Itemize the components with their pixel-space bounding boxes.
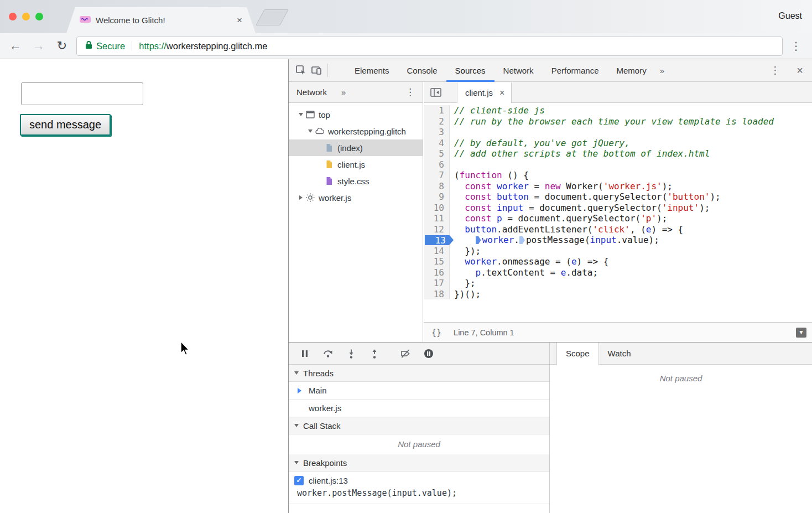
tab-elements[interactable]: Elements [346, 59, 398, 82]
code-line-7[interactable]: 7(function () { [424, 170, 812, 181]
line-number[interactable]: 2 [424, 116, 450, 127]
breakpoint-entry[interactable]: ✓client.js:13worker.postMessage(input.va… [289, 471, 549, 504]
editor-status-bar: {} Line 7, Column 1 ▼ [424, 322, 812, 342]
tab-scope[interactable]: Scope [556, 343, 599, 365]
line-number[interactable]: 7 [424, 170, 450, 181]
line-number[interactable]: 9 [424, 191, 450, 203]
back-icon[interactable]: ← [8, 39, 23, 53]
line-number[interactable]: 18 [424, 289, 450, 300]
inline-breakpoint-marker-icon[interactable] [519, 236, 525, 244]
device-toolbar-icon[interactable] [309, 63, 324, 78]
code-line-5[interactable]: 5// add other scripts at the bottom of i… [424, 148, 812, 159]
code-line-3[interactable]: 3 [424, 127, 812, 138]
breakpoint-checkbox[interactable]: ✓ [294, 476, 304, 485]
browser-menu-icon[interactable]: ⋮ [790, 39, 802, 53]
step-over-icon[interactable] [320, 346, 336, 361]
url-text[interactable]: https://workerstepping.glitch.me [139, 41, 267, 51]
threads-section-header[interactable]: Threads [289, 365, 549, 382]
sidebar-menu-icon[interactable]: ⋮ [405, 86, 415, 98]
code-line-11[interactable]: 11 const p = document.querySelector('p')… [424, 213, 812, 224]
step-out-icon[interactable] [366, 346, 383, 361]
code-line-13[interactable]: 13 worker.postMessage(input.value); [424, 235, 812, 246]
tab-sources[interactable]: Sources [446, 59, 495, 82]
toggle-navigator-icon[interactable] [428, 85, 444, 100]
file-tab-close-icon[interactable]: × [499, 88, 504, 98]
new-tab-button[interactable] [256, 9, 288, 25]
tree-item-style-css[interactable]: style.css [289, 173, 423, 189]
code-line-17[interactable]: 17 }; [424, 278, 812, 289]
line-number[interactable]: 11 [424, 213, 450, 224]
browser-tab[interactable]: Welcome to Glitch! × [66, 7, 256, 33]
step-into-icon[interactable] [343, 346, 360, 361]
line-number[interactable]: 3 [424, 127, 450, 138]
devtools-menu-icon[interactable]: ⋮ [770, 64, 780, 76]
code-line-10[interactable]: 10 const input = document.querySelector(… [424, 203, 812, 214]
disclosure-triangle-icon[interactable] [306, 129, 315, 133]
tab-network[interactable]: Network [495, 59, 543, 82]
code-line-14[interactable]: 14 }); [424, 246, 812, 257]
security-chip[interactable]: Secure [85, 40, 125, 51]
tab-close-icon[interactable]: × [237, 15, 242, 26]
inline-breakpoint-marker-icon[interactable] [476, 236, 481, 244]
tree-item-workerstepping-glitch[interactable]: workerstepping.glitch [289, 123, 423, 139]
line-number[interactable]: 16 [424, 267, 450, 278]
code-line-9[interactable]: 9 const button = document.querySelector(… [424, 191, 812, 203]
line-number[interactable]: 17 [424, 278, 450, 289]
minimize-window-button[interactable] [22, 13, 30, 20]
code-line-15[interactable]: 15 worker.onmessage = (e) => { [424, 256, 812, 267]
breakpoint-badge[interactable]: 13 [425, 235, 454, 246]
code-line-6[interactable]: 6 [424, 159, 812, 170]
breakpoints-section-header[interactable]: Breakpoints [289, 454, 549, 471]
tree-item-client-js[interactable]: client.js [289, 156, 423, 173]
code-line-1[interactable]: 1// client-side js [424, 105, 812, 116]
devtools-close-icon[interactable]: × [797, 64, 803, 77]
line-number[interactable]: 12 [424, 224, 450, 235]
code-line-12[interactable]: 12 button.addEventListener('click', (e) … [424, 224, 812, 235]
disclosure-triangle-icon[interactable] [296, 113, 305, 116]
tab-console[interactable]: Console [398, 59, 446, 82]
breakpoint-line-number[interactable]: 13 [424, 235, 450, 246]
line-number[interactable]: 4 [424, 138, 450, 149]
tab-network-sidebar[interactable]: Network [296, 87, 327, 97]
line-number[interactable]: 8 [424, 181, 450, 192]
tab-memory[interactable]: Memory [608, 59, 655, 82]
thread-item-worker-js[interactable]: worker.js [289, 400, 549, 417]
pretty-print-icon[interactable]: {} [431, 328, 441, 338]
deactivate-breakpoints-icon[interactable] [397, 346, 414, 361]
send-message-button[interactable]: send message [20, 114, 111, 136]
code-editor[interactable]: 1// client-side js2// run by the browser… [424, 103, 812, 322]
tree-item--index-[interactable]: (index) [289, 139, 423, 156]
line-number[interactable]: 1 [424, 105, 450, 116]
disclosure-triangle-icon[interactable] [296, 195, 305, 200]
close-window-button[interactable] [9, 13, 17, 20]
line-number[interactable]: 10 [424, 203, 450, 214]
code-line-18[interactable]: 18})(); [424, 289, 812, 300]
inspect-element-icon[interactable] [293, 63, 309, 78]
tree-item-top[interactable]: top [289, 106, 423, 123]
code-line-4[interactable]: 4// by default, you've got jQuery, [424, 138, 812, 149]
fullscreen-window-button[interactable] [35, 13, 43, 20]
pause-on-exceptions-icon[interactable] [420, 346, 437, 361]
sidebar-more-tabs-icon[interactable]: » [341, 87, 346, 97]
more-tabs-icon[interactable]: » [655, 59, 669, 82]
tab-watch[interactable]: Watch [599, 343, 640, 364]
file-tab-label: client.js [465, 88, 493, 97]
thread-item-main[interactable]: Main [289, 382, 549, 400]
code-line-2[interactable]: 2// run by the browser each time your vi… [424, 116, 812, 127]
file-tab-clientjs[interactable]: client.js × [457, 82, 512, 103]
line-number[interactable]: 5 [424, 148, 450, 159]
panel-corner-icon[interactable]: ▼ [796, 328, 806, 338]
line-number[interactable]: 14 [424, 246, 450, 257]
code-line-16[interactable]: 16 p.textContent = e.data; [424, 267, 812, 278]
line-number[interactable]: 15 [424, 256, 450, 267]
tree-item-worker-js[interactable]: worker.js [289, 189, 423, 206]
address-bar[interactable]: Secure https://workerstepping.glitch.me [76, 37, 783, 56]
line-number[interactable]: 6 [424, 159, 450, 170]
code-line-8[interactable]: 8 const worker = new Worker('worker.js')… [424, 181, 812, 192]
message-input[interactable] [21, 82, 143, 105]
pause-icon[interactable] [296, 346, 313, 361]
guest-profile-label[interactable]: Guest [778, 11, 802, 21]
reload-icon[interactable]: ↻ [54, 39, 70, 53]
call-stack-section-header[interactable]: Call Stack [289, 417, 549, 434]
tab-performance[interactable]: Performance [543, 59, 608, 82]
